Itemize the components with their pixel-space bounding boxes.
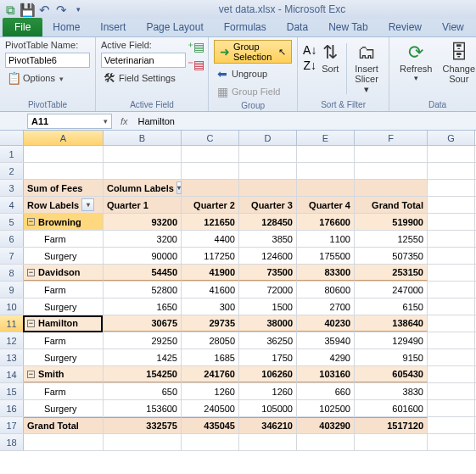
cell[interactable]: 1500 [239, 298, 297, 315]
row-header[interactable]: 11 [0, 315, 24, 332]
col-header-b[interactable]: B [104, 131, 182, 145]
cell[interactable]: 29250 [104, 332, 182, 349]
cell[interactable]: 41600 [182, 282, 239, 298]
cell[interactable]: 29735 [182, 315, 239, 332]
cell[interactable] [428, 163, 475, 179]
cell[interactable]: −Smith [24, 366, 104, 382]
collapse-icon[interactable]: − [27, 320, 35, 327]
cell[interactable]: 12550 [355, 231, 428, 247]
cell[interactable] [24, 434, 104, 450]
cell[interactable] [428, 265, 475, 281]
cell[interactable]: 175500 [297, 248, 355, 264]
cell[interactable]: Surgery [24, 298, 104, 315]
tab-new-tab[interactable]: New Tab [318, 18, 378, 36]
cell[interactable]: 601600 [355, 400, 428, 416]
cell[interactable]: 300 [182, 298, 239, 315]
cell[interactable]: Quarter 4 [297, 197, 355, 213]
cell[interactable]: Farm [24, 332, 104, 349]
cell[interactable]: 41900 [182, 265, 239, 281]
cell[interactable]: 1685 [182, 349, 239, 365]
cell[interactable]: 3850 [239, 231, 297, 247]
col-labels-dropdown[interactable]: ▾ [176, 181, 182, 194]
redo-icon[interactable]: ↷ [54, 3, 68, 16]
field-settings-button[interactable]: 🛠 Field Settings [101, 70, 177, 86]
cell[interactable]: 1100 [297, 231, 355, 247]
cell[interactable]: 129490 [355, 332, 428, 349]
cell[interactable]: Quarter 1 [104, 197, 182, 213]
cell[interactable]: 93200 [104, 214, 182, 230]
row-labels-dropdown[interactable]: ▾ [81, 198, 94, 211]
cell[interactable]: Farm [24, 282, 104, 298]
cell[interactable] [297, 434, 355, 450]
cell[interactable] [428, 282, 475, 298]
cell[interactable]: 72000 [239, 282, 297, 298]
collapse-icon[interactable]: − [27, 218, 35, 226]
cell[interactable]: 105000 [239, 400, 297, 416]
excel-icon[interactable]: ⧉ [3, 3, 17, 16]
col-header-d[interactable]: D [239, 131, 297, 145]
cell[interactable] [428, 349, 475, 365]
cell[interactable]: 507350 [355, 248, 428, 264]
cell[interactable]: 80600 [297, 282, 355, 298]
cell[interactable]: 241760 [182, 366, 239, 382]
cell[interactable]: 30675 [104, 315, 182, 332]
cell[interactable]: 153600 [104, 400, 182, 416]
cell[interactable] [355, 146, 428, 162]
row-header[interactable]: 9 [0, 282, 24, 298]
cell[interactable] [297, 180, 355, 196]
cell[interactable]: 346210 [239, 417, 297, 433]
cell[interactable] [428, 383, 475, 399]
cell[interactable]: Surgery [24, 349, 104, 365]
tab-file[interactable]: File [3, 18, 42, 36]
expand-field-icon[interactable]: ⁺▤ [189, 40, 203, 53]
cell[interactable] [428, 248, 475, 264]
cell[interactable]: 36250 [239, 332, 297, 349]
cell[interactable] [182, 180, 239, 196]
cell[interactable] [428, 180, 475, 196]
cell[interactable]: 73500 [239, 265, 297, 281]
cell[interactable] [104, 146, 182, 162]
cell[interactable] [104, 434, 182, 450]
cell[interactable] [428, 315, 475, 332]
row-header[interactable]: 18 [0, 434, 24, 450]
tab-review[interactable]: Review [378, 18, 432, 36]
cell[interactable] [182, 163, 239, 179]
cell[interactable]: 124600 [239, 248, 297, 264]
cell[interactable]: Row Labels▾ [24, 197, 104, 213]
cell[interactable]: Sum of Fees [24, 180, 104, 196]
cell[interactable]: 3830 [355, 383, 428, 399]
cell[interactable]: 138640 [355, 315, 428, 332]
cell[interactable]: 54450 [104, 265, 182, 281]
row-header[interactable]: 6 [0, 231, 24, 247]
cell[interactable]: 403290 [297, 417, 355, 433]
row-header[interactable]: 4 [0, 197, 24, 213]
cell[interactable]: 253150 [355, 265, 428, 281]
undo-icon[interactable]: ↶ [37, 3, 51, 16]
cell[interactable]: 28050 [182, 332, 239, 349]
row-header[interactable]: 10 [0, 298, 24, 315]
cell[interactable] [355, 434, 428, 450]
col-header-e[interactable]: E [297, 131, 355, 145]
cell[interactable] [428, 366, 475, 382]
collapse-icon[interactable]: − [27, 269, 35, 276]
tab-data[interactable]: Data [277, 18, 318, 36]
cell[interactable]: 605430 [355, 366, 428, 382]
formula-input[interactable]: Hamilton [137, 114, 476, 128]
row-header[interactable]: 7 [0, 248, 24, 264]
cell[interactable]: 1260 [182, 383, 239, 399]
cell[interactable] [182, 434, 239, 450]
cell[interactable]: 435045 [182, 417, 239, 433]
cell[interactable]: 90000 [104, 248, 182, 264]
cell[interactable]: 176600 [297, 214, 355, 230]
cell[interactable]: 6150 [355, 298, 428, 315]
cell[interactable]: Column Labels▾ [104, 180, 182, 196]
cell[interactable]: 1750 [239, 349, 297, 365]
cell[interactable]: 660 [297, 383, 355, 399]
ungroup-button[interactable]: ⬅ Ungroup [214, 66, 269, 81]
cell[interactable] [239, 180, 297, 196]
sort-button[interactable]: ⇅ Sort [316, 40, 344, 75]
select-all-corner[interactable] [0, 131, 24, 145]
row-header[interactable]: 14 [0, 366, 24, 382]
cell[interactable] [239, 163, 297, 179]
cell[interactable]: 650 [104, 383, 182, 399]
